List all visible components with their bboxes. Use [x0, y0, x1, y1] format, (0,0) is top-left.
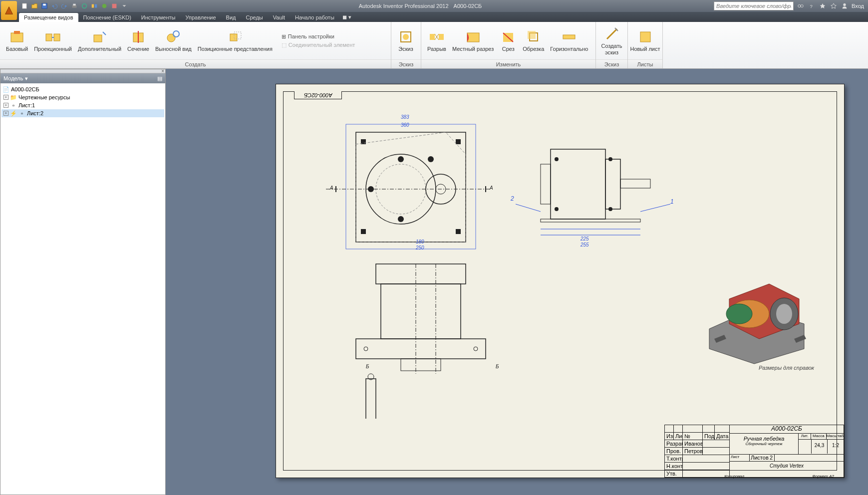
positional-button[interactable]: Позиционные представления [195, 28, 276, 53]
panel-title-create: Создать [0, 59, 391, 68]
panel-title-modify: Изменить [421, 59, 595, 68]
svg-rect-9 [112, 4, 117, 8]
search-input[interactable] [714, 1, 794, 10]
login-link[interactable]: Вход [852, 3, 864, 9]
qat-icon[interactable] [90, 1, 99, 10]
isometric-view[interactable] [689, 239, 829, 369]
base-view-button[interactable]: Базовый [3, 28, 31, 53]
cut-icon [500, 29, 516, 45]
top-view[interactable] [326, 114, 496, 254]
chevron-down-icon: ▾ [25, 75, 28, 82]
model-browser: × Модель ▾ ▤ 📄 А000-02СБ + 📁 Чертежные р… [0, 69, 166, 495]
create-sketch-button[interactable]: Создатьэскиз [599, 25, 624, 56]
tab-placement[interactable]: Размещение видов [19, 13, 78, 22]
title-bar: Autodesk Inventor Professional 2012 А000… [0, 0, 868, 12]
expand-icon[interactable]: + [3, 95, 8, 100]
sketch-button[interactable]: Эскиз [394, 28, 417, 53]
positional-icon [227, 29, 243, 45]
new-sheet-button[interactable]: Новый лист [631, 28, 659, 53]
dim-250: 250 [416, 245, 424, 250]
svg-rect-45 [456, 139, 461, 144]
tab-vault[interactable]: Vault [268, 13, 290, 22]
ribbon-tabs: Размещение видов Пояснение (ESKD) Инстру… [0, 12, 868, 22]
svg-rect-46 [361, 229, 366, 234]
qat-icon2[interactable] [100, 1, 109, 10]
projected-view-button[interactable]: Проекционный [31, 28, 75, 53]
qat-icon3[interactable] [110, 1, 119, 10]
browser-title-bar[interactable]: Модель ▾ ▤ [0, 73, 165, 83]
svg-rect-33 [640, 32, 650, 42]
break-button[interactable]: Разрыв [424, 28, 449, 53]
cut-button[interactable]: Срез [497, 28, 520, 53]
redo-icon[interactable] [60, 1, 69, 10]
panel-settings-button[interactable]: ⊞ Панель настройки [282, 33, 355, 40]
svg-rect-52 [541, 164, 551, 204]
panel-title-sheets: Листы [628, 59, 662, 68]
tab-manage[interactable]: Управление [180, 13, 221, 22]
dim-180: 180 [416, 239, 424, 245]
svg-rect-22 [230, 34, 237, 41]
horizontal-button[interactable]: Горизонтально [547, 28, 591, 53]
svg-rect-27 [439, 34, 444, 40]
panel-settings-icon: ⊞ [282, 33, 286, 40]
open-icon[interactable] [30, 1, 39, 10]
section-view-button[interactable]: Сечение [124, 28, 152, 53]
qat-dropdown-icon[interactable] [120, 1, 129, 10]
auxiliary-view-button[interactable]: Дополнительный [75, 28, 124, 53]
tab-annotation[interactable]: Пояснение (ESKD) [78, 13, 136, 22]
create-sketch-icon [604, 26, 620, 42]
svg-rect-59 [541, 219, 640, 222]
save-icon[interactable] [40, 1, 49, 10]
svg-point-41 [398, 216, 404, 222]
browser-filter-icon[interactable]: ▤ [157, 75, 162, 82]
detail-view-button[interactable]: Выносной вид [152, 28, 195, 53]
svg-point-8 [102, 4, 107, 8]
tree-sheet2[interactable]: + ⚡ ▫ Лист:2 [1, 109, 164, 117]
tree-resources[interactable]: + 📁 Чертежные ресурсы [1, 93, 164, 101]
front-view[interactable] [336, 259, 506, 419]
tree-sheet1[interactable]: + ▫ Лист:1 [1, 101, 164, 109]
tab-getstarted[interactable]: Начало работы [290, 13, 339, 22]
local-section-button[interactable]: Местный разрез [449, 28, 497, 53]
help-icon[interactable]: ? [808, 2, 816, 10]
svg-text:?: ? [810, 3, 813, 9]
star2-icon[interactable] [830, 2, 838, 10]
crop-icon [526, 29, 542, 45]
crop-button[interactable]: Обрезка [520, 28, 547, 53]
dim-225: 225 [580, 236, 589, 242]
tab-view[interactable]: Вид [221, 13, 241, 22]
app-menu-button[interactable] [1, 1, 17, 20]
close-icon[interactable]: × [161, 68, 164, 74]
svg-point-43 [428, 156, 434, 162]
tab-tools[interactable]: Инструменты [136, 13, 181, 22]
tab-extra[interactable]: ◼ ▾ [339, 12, 354, 22]
drawing-sheet[interactable]: А000-02СБ 383 360 180 250 [276, 84, 845, 478]
svg-rect-66 [356, 339, 486, 359]
svg-rect-2 [43, 4, 45, 6]
user-icon[interactable] [841, 2, 849, 10]
print-icon[interactable] [70, 1, 79, 10]
undo-icon[interactable] [50, 1, 59, 10]
panel-title-sketch2: Эскиз [596, 59, 627, 68]
break-icon [429, 29, 445, 45]
title-block[interactable]: Изм. Лист № докум. Подп. Дата Разраб.Ива… [664, 425, 844, 478]
dim-360: 360 [401, 122, 409, 128]
svg-rect-7 [95, 4, 97, 8]
side-view[interactable] [531, 129, 660, 244]
tree-root[interactable]: 📄 А000-02СБ [1, 85, 164, 93]
svg-rect-54 [620, 179, 650, 188]
tab-environments[interactable]: Среды [241, 13, 268, 22]
star-icon[interactable] [819, 2, 827, 10]
new-icon[interactable] [20, 1, 29, 10]
expand-icon[interactable]: + [3, 111, 8, 116]
window-title: Autodesk Inventor Professional 2012 А000… [131, 2, 710, 9]
section-view-icon [130, 29, 146, 45]
binoculars-icon[interactable] [797, 2, 805, 10]
refresh-icon[interactable] [80, 1, 89, 10]
new-sheet-icon [637, 29, 653, 45]
drawing-canvas[interactable]: А000-02СБ 383 360 180 250 [166, 69, 868, 495]
auxiliary-view-icon [92, 29, 108, 45]
svg-point-13 [843, 3, 846, 6]
folder-icon: 📁 [10, 94, 17, 101]
expand-icon[interactable]: + [3, 103, 8, 108]
